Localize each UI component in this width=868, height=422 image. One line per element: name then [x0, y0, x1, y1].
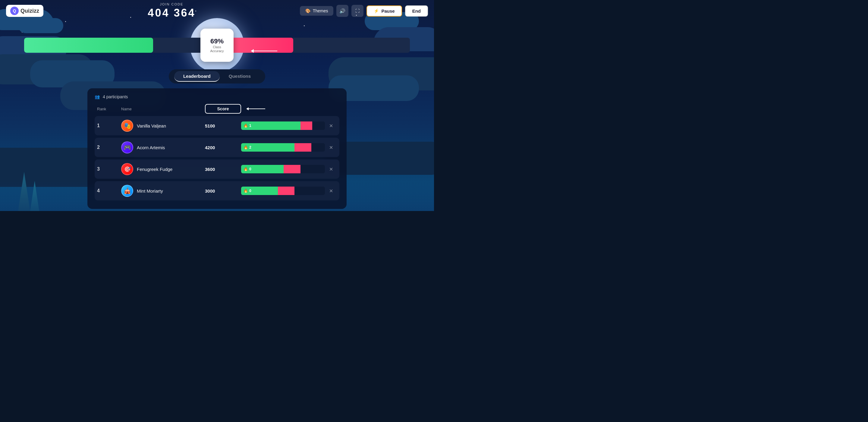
themes-label: Themes: [313, 8, 328, 13]
fullscreen-button[interactable]: ⛶: [351, 5, 364, 17]
fire-icon: 🔥: [244, 124, 248, 128]
arrow-shaft: [253, 51, 277, 51]
streak-badge: 🔥 2: [241, 143, 254, 152]
accuracy-label: ClassAccuracy: [210, 45, 224, 53]
streak-count: 2: [249, 145, 251, 150]
themes-button[interactable]: 🎨 Themes: [300, 6, 334, 16]
green-bar: [254, 187, 278, 195]
player-row: 2 🎮 Acorn Artemis 4200 🔥 2 ✕: [95, 138, 339, 157]
pause-button[interactable]: ⚡ Pause: [367, 5, 402, 17]
join-code-label: JOIN CODE: [148, 2, 195, 6]
streak-badge: 🔥 0: [241, 187, 254, 195]
end-label: End: [412, 8, 421, 13]
streak-count: 0: [249, 189, 251, 193]
table-header: Rank Name Score: [95, 104, 339, 114]
progress-section: 69% ClassAccuracy: [24, 29, 410, 62]
score-bar: 🔥 0: [241, 187, 325, 195]
avatar: 🎮: [121, 141, 133, 153]
score-header-wrapper: Score: [205, 104, 241, 114]
fire-icon: 🔥: [244, 167, 248, 171]
avatar: 🎭: [121, 120, 133, 132]
tabs-container: Leaderboard Questions: [169, 69, 265, 84]
player-info: 🎭 Vanilla Valjean: [121, 120, 205, 132]
fullscreen-icon: ⛶: [355, 8, 360, 13]
player-rank: 4: [97, 188, 121, 193]
player-row: 4 🎪 Mint Moriarty 3000 🔥 0 ✕: [95, 181, 339, 201]
player-name: Mint Moriarty: [137, 188, 163, 193]
score-header: Score: [205, 104, 241, 114]
star: [22, 32, 23, 33]
tab-questions[interactable]: Questions: [220, 71, 260, 82]
player-score: 4200: [205, 145, 241, 150]
fire-icon: 🔥: [244, 145, 248, 150]
streak-badge: 🔥 0: [241, 165, 254, 173]
pause-icon: ⚡: [374, 8, 379, 13]
player-score: 3000: [205, 188, 241, 193]
score-column-arrow: [246, 107, 265, 110]
logo-icon: Q: [10, 7, 19, 15]
join-code-number: 404 364: [148, 7, 195, 19]
remove-button[interactable]: ✕: [325, 123, 337, 129]
green-bar: [254, 143, 294, 152]
fire-icon: 🔥: [244, 189, 248, 193]
player-rank: 2: [97, 145, 121, 150]
player-name: Vanilla Valjean: [137, 123, 166, 128]
logo-text: Quizizz: [21, 8, 39, 14]
player-name: Acorn Artemis: [137, 145, 165, 150]
player-info: 🎪 Mint Moriarty: [121, 185, 205, 197]
dark-bar: [312, 121, 325, 130]
sound-button[interactable]: 🔊: [336, 5, 348, 17]
player-rank: 3: [97, 167, 121, 172]
remove-button[interactable]: ✕: [325, 145, 337, 150]
users-icon: 👥: [95, 94, 100, 99]
arrow-head: [251, 49, 254, 53]
palette-icon: 🎨: [305, 8, 310, 13]
rank-header: Rank: [97, 107, 121, 111]
header-controls: 🎨 Themes 🔊 ⛶ ⚡ Pause End: [300, 5, 428, 17]
streak-count: 0: [249, 167, 251, 171]
streak-badge: 🔥 1: [241, 121, 254, 130]
player-info: 🎮 Acorn Artemis: [121, 141, 205, 153]
pink-bar: [278, 187, 295, 195]
main-content: Leaderboard Questions 👥 4 participants R…: [87, 69, 347, 209]
player-name: Fenugreek Fudge: [137, 167, 173, 172]
green-bar: [254, 121, 301, 130]
logo: Q Quizizz: [6, 5, 43, 17]
pink-bar: [284, 165, 301, 173]
player-rank: 1: [97, 123, 121, 128]
player-score: 3600: [205, 167, 241, 172]
star: [304, 25, 305, 26]
avatar: 🎯: [121, 163, 133, 175]
remove-button[interactable]: ✕: [325, 167, 337, 172]
pause-label: Pause: [381, 8, 395, 13]
pink-bar: [301, 121, 312, 130]
player-row: 3 🎯 Fenugreek Fudge 3600 🔥 0 ✕: [95, 159, 339, 179]
accuracy-percent: 69%: [210, 37, 224, 45]
score-bar: 🔥 0: [241, 165, 325, 173]
score-bar: 🔥 1: [241, 121, 325, 130]
header: Q Quizizz JOIN CODE 404 364 🎨 Themes 🔊 ⛶…: [0, 0, 434, 22]
dark-bar: [301, 165, 325, 173]
dark-bar: [294, 187, 325, 195]
progress-arrow: [253, 51, 277, 51]
green-progress-fill: [24, 38, 153, 53]
end-button[interactable]: End: [405, 5, 428, 17]
sound-icon: 🔊: [339, 8, 345, 14]
participants-count: 4 participants: [103, 94, 128, 99]
leaderboard-panel: 👥 4 participants Rank Name Score 1 🎭: [87, 88, 347, 209]
progress-bar-left: [24, 38, 204, 53]
participants-header: 👥 4 participants: [95, 94, 339, 99]
name-header: Name: [121, 107, 205, 111]
tab-leaderboard[interactable]: Leaderboard: [174, 71, 220, 82]
score-bar: 🔥 2: [241, 143, 325, 152]
accuracy-badge: 69% ClassAccuracy: [200, 29, 234, 62]
pink-bar: [294, 143, 311, 152]
green-bar: [254, 165, 284, 173]
dark-bar: [311, 143, 325, 152]
join-code-display: JOIN CODE 404 364: [148, 2, 195, 19]
streak-count: 1: [249, 124, 251, 128]
avatar: 🎪: [121, 185, 133, 197]
player-score: 5100: [205, 123, 241, 128]
remove-button[interactable]: ✕: [325, 188, 337, 194]
player-row: 1 🎭 Vanilla Valjean 5100 🔥 1 ✕: [95, 116, 339, 135]
